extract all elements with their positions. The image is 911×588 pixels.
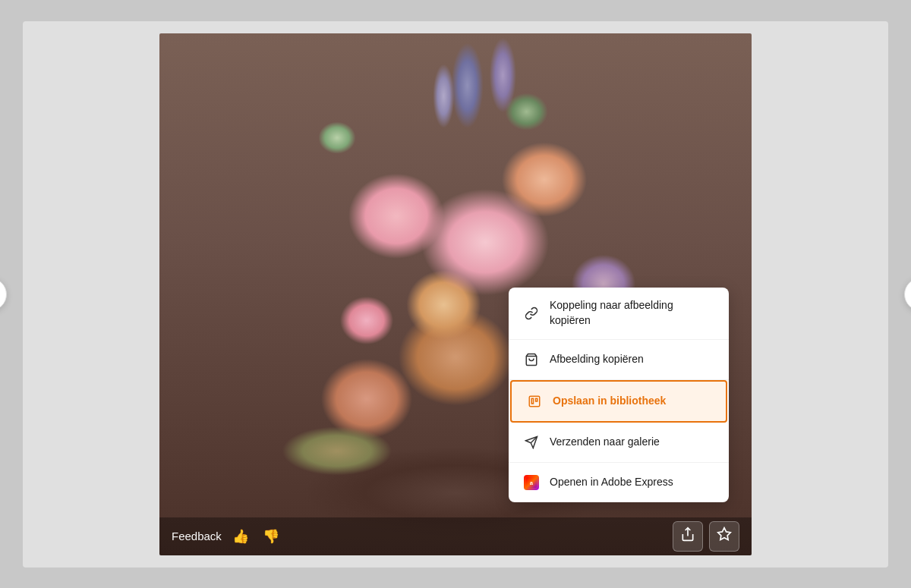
svg-text:a: a bbox=[530, 479, 534, 486]
svg-rect-4 bbox=[531, 398, 533, 404]
svg-rect-3 bbox=[529, 396, 540, 407]
action-buttons bbox=[673, 521, 739, 552]
copy-link-icon bbox=[522, 304, 541, 322]
context-menu: Koppeling naar afbeelding kopiëren Afbee… bbox=[509, 288, 729, 502]
feedback-label: Feedback bbox=[172, 530, 222, 542]
copy-image-label: Afbeelding kopiëren bbox=[550, 352, 644, 367]
svg-marker-1 bbox=[718, 528, 731, 540]
thumbs-down-button[interactable]: 👎 bbox=[260, 525, 282, 548]
menu-item-send-gallery[interactable]: Verzenden naar galerie bbox=[509, 423, 729, 463]
menu-item-save-library[interactable]: Opslaan in bibliotheek bbox=[510, 380, 727, 423]
copy-image-icon bbox=[522, 351, 541, 369]
viewer-container: ‹ Feedback 👍 👎 bbox=[23, 21, 888, 568]
share-icon bbox=[680, 527, 695, 546]
share-button[interactable] bbox=[673, 521, 703, 552]
menu-item-copy-image[interactable]: Afbeelding kopiëren bbox=[509, 340, 729, 380]
menu-item-copy-link[interactable]: Koppeling naar afbeelding kopiëren bbox=[509, 288, 729, 339]
copy-link-label: Koppeling naar afbeelding kopiëren bbox=[550, 298, 715, 328]
thumbs-up-icon: 👍 bbox=[232, 528, 249, 545]
adobe-express-label: Openen in Adobe Express bbox=[550, 475, 673, 490]
save-library-label: Opslaan in bibliotheek bbox=[553, 394, 666, 409]
feedback-section: Feedback 👍 👎 bbox=[172, 525, 282, 548]
prev-button[interactable]: ‹ bbox=[0, 278, 7, 311]
star-icon bbox=[717, 527, 732, 546]
thumbs-up-button[interactable]: 👍 bbox=[229, 525, 252, 548]
adobe-express-icon: a bbox=[522, 473, 541, 492]
svg-rect-5 bbox=[536, 398, 537, 401]
next-button[interactable]: › bbox=[904, 278, 911, 311]
send-gallery-icon bbox=[522, 433, 541, 451]
thumbs-down-icon: 👎 bbox=[263, 528, 279, 545]
save-library-icon bbox=[525, 392, 544, 410]
bottom-bar: Feedback 👍 👎 bbox=[159, 517, 752, 555]
menu-item-adobe-express[interactable]: a Openen in Adobe Express bbox=[509, 463, 729, 502]
image-wrapper: Feedback 👍 👎 bbox=[159, 33, 752, 555]
star-button[interactable] bbox=[709, 521, 739, 552]
send-gallery-label: Verzenden naar galerie bbox=[550, 435, 660, 450]
